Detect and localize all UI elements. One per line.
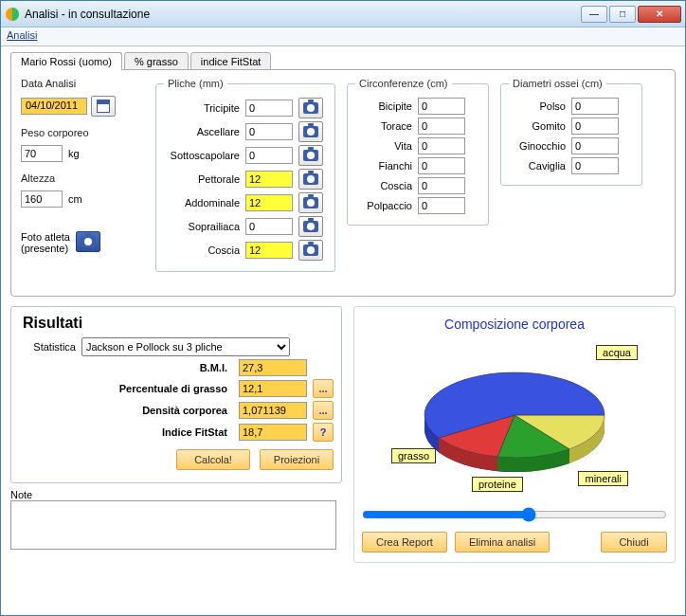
window-title: Analisi - in consultazione: [25, 8, 579, 21]
pliche-input[interactable]: [245, 171, 293, 188]
pliche-legend: Pliche (mm): [164, 78, 227, 89]
pliche-camera-button[interactable]: [298, 192, 323, 213]
pliche-label: Pettorale: [164, 173, 240, 185]
main-panel: Data Analisi 04/10/2011 Peso corporeo kg…: [10, 69, 676, 297]
close-button[interactable]: ✕: [638, 6, 681, 23]
pliche-camera-button[interactable]: [298, 216, 323, 237]
stat-label: Statistica: [19, 341, 76, 353]
peso-input[interactable]: [21, 145, 63, 162]
chart-slider[interactable]: [362, 507, 667, 522]
pliche-group: Pliche (mm) Tricipite Ascellare Sottosca…: [155, 78, 335, 272]
foto-button[interactable]: [76, 231, 100, 252]
circ-group: Circonferenze (cm) Bicipite Torace Vita …: [347, 78, 489, 226]
client-area: Mario Rossi (uomo) % grasso indice FitSt…: [1, 46, 685, 572]
app-icon: [5, 7, 20, 22]
diam-group: Diametri ossei (cm) Polso Gomito Ginocch…: [500, 78, 642, 186]
note-label: Note: [10, 489, 342, 500]
camera-icon: [303, 173, 318, 185]
note-group: Note: [10, 489, 342, 552]
diam-input[interactable]: [571, 137, 619, 154]
circ-label: Coscia: [355, 180, 412, 191]
pliche-label: Tricipite: [164, 102, 240, 114]
data-label: Data Analisi: [21, 78, 144, 89]
pliche-camera-button[interactable]: [298, 121, 323, 142]
circ-label: Torace: [355, 120, 412, 132]
note-textarea[interactable]: [10, 500, 336, 550]
circ-input[interactable]: [418, 157, 465, 174]
pliche-input[interactable]: [245, 123, 293, 140]
crea-report-button[interactable]: Crea Report: [362, 532, 447, 553]
circ-label: Bicipite: [355, 100, 412, 112]
results-header: Risultati: [23, 315, 334, 332]
diam-label: Gomito: [509, 120, 566, 132]
diam-label: Ginocchio: [509, 140, 566, 152]
alt-input[interactable]: [21, 190, 63, 208]
chiudi-button[interactable]: Chiudi: [601, 532, 667, 553]
pliche-camera-button[interactable]: [298, 169, 323, 190]
titlebar: Analisi - in consultazione — □ ✕: [1, 1, 685, 27]
circ-label: Polpaccio: [355, 200, 412, 211]
calcola-button[interactable]: Calcola!: [176, 449, 250, 470]
circ-label: Vita: [355, 140, 412, 152]
tab-fitstat[interactable]: indice FitStat: [190, 52, 272, 70]
result-value: [239, 424, 307, 441]
pliche-input[interactable]: [245, 100, 293, 117]
chart-label-minerali: minerali: [578, 471, 628, 486]
circ-input[interactable]: [418, 197, 465, 214]
camera-icon: [303, 102, 318, 114]
stat-select[interactable]: Jackson e Pollock su 3 pliche: [81, 337, 290, 356]
pliche-input[interactable]: [245, 147, 293, 164]
results-column: Risultati Statistica Jackson e Pollock s…: [10, 306, 342, 563]
chart-title: Composizione corporea: [444, 317, 585, 332]
tabstrip: Mario Rossi (uomo) % grasso indice FitSt…: [10, 52, 676, 70]
tab-main[interactable]: Mario Rossi (uomo): [10, 52, 122, 70]
circ-input[interactable]: [418, 98, 465, 115]
diam-label: Polso: [509, 100, 566, 112]
diam-label: Caviglia: [509, 160, 566, 172]
pliche-camera-button[interactable]: [298, 145, 323, 166]
results-group: Risultati Statistica Jackson e Pollock s…: [10, 306, 342, 483]
result-value: [239, 380, 307, 397]
circ-input[interactable]: [418, 118, 465, 135]
minimize-button[interactable]: —: [581, 6, 607, 23]
camera-icon: [303, 150, 318, 161]
result-detail-button[interactable]: ...: [313, 379, 334, 398]
menubar: Analisi: [1, 27, 685, 46]
pliche-label: Sottoscapolare: [164, 150, 240, 161]
result-detail-button[interactable]: ?: [313, 423, 334, 442]
diam-input[interactable]: [571, 98, 619, 115]
chart-label-proteine: proteine: [472, 477, 523, 492]
pliche-camera-button[interactable]: [298, 98, 323, 118]
diam-input[interactable]: [571, 157, 619, 174]
elimina-button[interactable]: Elimina analisi: [455, 532, 550, 553]
pliche-label: Coscia: [164, 245, 240, 256]
camera-icon: [303, 221, 318, 232]
diam-input[interactable]: [571, 118, 619, 135]
calendar-button[interactable]: [91, 96, 116, 117]
pliche-input[interactable]: [245, 242, 293, 259]
tab-grasso[interactable]: % grasso: [124, 52, 189, 70]
circ-label: Fianchi: [355, 160, 412, 172]
pliche-label: Ascellare: [164, 126, 240, 137]
result-value: [239, 402, 307, 419]
menu-analisi[interactable]: Analisi: [7, 29, 37, 41]
proiezioni-button[interactable]: Proiezioni: [260, 449, 334, 470]
maximize-button[interactable]: □: [609, 6, 636, 23]
pliche-camera-button[interactable]: [298, 240, 323, 261]
result-detail-button[interactable]: ...: [313, 401, 334, 420]
pliche-input[interactable]: [245, 218, 293, 235]
camera-icon: [303, 197, 318, 208]
chart-label-acqua: acqua: [596, 345, 638, 360]
app-window: Analisi - in consultazione — □ ✕ Analisi…: [0, 0, 686, 616]
pliche-input[interactable]: [245, 194, 293, 211]
circ-input[interactable]: [418, 177, 465, 194]
alt-label: Altezza: [21, 172, 144, 184]
pliche-label: Addominale: [164, 197, 240, 208]
data-value: 04/10/2011: [21, 98, 87, 115]
foto-label2: (presente): [21, 243, 70, 254]
circ-input[interactable]: [418, 137, 465, 154]
camera-icon: [81, 236, 96, 247]
diam-legend: Diametri ossei (cm): [509, 78, 606, 89]
camera-icon: [303, 245, 318, 256]
foto-label1: Foto atleta: [21, 231, 70, 243]
